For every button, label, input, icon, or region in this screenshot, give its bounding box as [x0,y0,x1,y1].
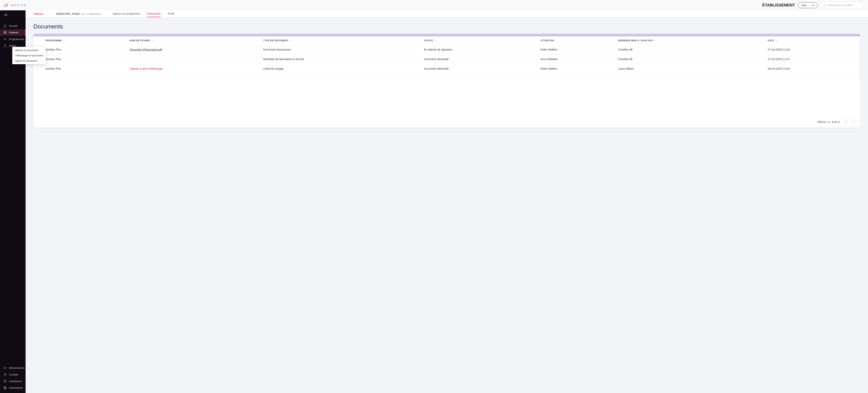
cell-date: 26-oct-2023 13:45 [766,64,860,73]
header-right: ÉTABLISSEMENT Tout ▾ [762,2,864,8]
breadcrumb-patient: WEBSTER, ANNE (37, F, 1986/04/18) [56,12,101,16]
col-updated-by[interactable]: DERNIÈRE MISE À JOUR PAR ▲▼ [616,36,766,45]
card-accent-bar [33,34,860,36]
cell-filename [127,55,261,64]
row-menu-button[interactable]: ⋮ [36,66,40,71]
cell-doctype: Document d'assurance [261,45,422,55]
cell-updated-by: Laura Gilbert [616,64,766,73]
facility-filter-dropdown[interactable]: Tout ▾ [798,2,817,8]
arrow-left-icon [844,121,847,123]
documents-table: PROGRAMME ▲▼ NOM DE FICHIER ▲▼ TYPE DE D… [33,36,860,73]
cell-updated-by: Criselda Hill [616,45,766,55]
cell-attention: Robin Walters [538,45,615,55]
col-actions [33,36,43,45]
col-status[interactable]: STATUT ▲▼ [422,36,538,45]
nav-patients[interactable]: Patients [0,29,26,36]
patients-icon [3,31,7,34]
patient-subtabs: Aperçu du programme Documents Profil [113,10,174,17]
breadcrumb-root[interactable]: Patients [33,12,43,16]
cell-status: Document demandé [422,55,538,64]
nav-programmes[interactable]: Programmes [0,36,26,42]
svg-point-2 [5,32,5,32]
sidebar: Accueil Patients Programmes Action Décon… [0,10,26,133]
brand-logo: AUXITA [4,3,27,7]
sort-icon: ▲▼ [654,40,656,42]
prev-page-button[interactable] [843,119,848,125]
main-content: Documents PROGRAMME ▲▼ NOM DE FICHIER ▲▼… [26,18,868,133]
upload-icon [3,44,7,47]
cell-date: 27-oct-2023 11:37 [766,55,860,64]
table-row: ⋮AuxNav PlusCliquez ici pour télécharger… [33,64,860,73]
patient-name: WEBSTER, ANNE [56,12,80,16]
menu-download-document[interactable]: Télécharger le document [12,53,46,58]
col-date[interactable]: DATE ▲▼ [766,36,860,45]
sort-icon: ▲▼ [435,40,436,42]
programmes-icon [3,37,7,40]
collapse-icon [4,14,7,16]
next-page-button[interactable] [851,119,857,125]
cell-filename: Document d'assurance.pdf [127,45,261,55]
tab-profile[interactable]: Profil [168,10,174,17]
cell-programme: AuxNav Plus [43,55,127,64]
file-upload-link[interactable]: Cliquez ici pour télécharger [130,67,163,70]
row-actions-cell: ⋮ [33,64,43,73]
cell-updated-by: Criselda Hill [616,55,766,64]
filter-value: Tout [802,4,807,7]
cell-date: 27-oct-2023 11:42 [766,45,860,55]
cell-attention: Robin Walters [538,64,615,73]
auxita-logo-icon [4,3,9,7]
col-filename[interactable]: NOM DE FICHIER ▲▼ [127,36,261,45]
cell-filename: Cliquez ici pour télécharger [127,64,261,73]
menu-view-document[interactable]: Afficher le document [12,48,46,53]
patient-meta: (37, F, 1986/04/18) [82,13,101,16]
tab-overview[interactable]: Aperçu du programme [113,10,140,17]
nav-main-group: Accueil Patients Programmes Action [0,20,26,133]
cell-programme: AuxNav Plus [43,64,127,73]
col-programme[interactable]: PROGRAMME ▲▼ [43,36,127,45]
menu-sign-document[interactable]: Signer le document [12,58,46,63]
etablissement-label: ÉTABLISSEMENT [762,3,795,7]
chevron-right-icon: › [49,12,50,16]
cell-attention: Anne Webster [538,55,615,64]
top-header: AUXITA ÉTABLISSEMENT Tout ▾ [0,0,868,10]
cell-doctype: Lettre de voyage [261,64,422,73]
file-download-link[interactable]: Document d'assurance.pdf [130,48,162,51]
nav-label: Programmes [9,38,24,40]
patient-search-box[interactable] [820,2,864,8]
table-row: ⋮AuxNav PlusRésultats de laboratoire et … [33,55,860,64]
sort-icon: ▲▼ [290,40,291,42]
nav-label: Patients [9,31,19,34]
sort-icon: ▲▼ [151,40,153,42]
pagination-label: Afficher: 1 - 3 de 3 [817,120,839,123]
home-icon [3,24,7,27]
sidebar-collapse-button[interactable] [0,10,26,20]
col-doctype[interactable]: TYPE DE DOCUMENT ▲▼ [261,36,422,45]
page-title: Documents [33,23,860,30]
search-icon [824,4,826,7]
pagination-footer: Afficher: 1 - 3 de 3 [33,117,860,127]
nav-label: Accueil [9,24,18,27]
brand-text: AUXITA [11,4,27,7]
tab-documents[interactable]: Documents [147,10,161,17]
sort-icon: ▲▼ [776,40,777,42]
arrow-right-icon [852,121,855,123]
chevron-down-icon: ▾ [812,4,814,7]
cell-doctype: Résultats de laboratoire et de test [261,55,422,64]
cell-status: En attente de signature [422,45,538,55]
nav-accueil[interactable]: Accueil [0,23,26,29]
cell-programme: AuxNav Plus [43,45,127,55]
cell-status: Document demandé [422,64,538,73]
table-row: ⋮AuxNav PlusDocument d'assurance.pdfDocu… [33,45,860,55]
documents-card: PROGRAMME ▲▼ NOM DE FICHIER ▲▼ TYPE DE D… [33,34,860,127]
row-context-menu: Afficher le document Télécharger le docu… [12,47,46,64]
search-input[interactable] [828,4,861,7]
sort-icon: ▲▼ [63,40,65,42]
svg-point-0 [824,4,826,6]
col-attention: ATTENTION [538,36,615,45]
breadcrumb-bar: Patients › WEBSTER, ANNE (37, F, 1986/04… [26,10,868,18]
